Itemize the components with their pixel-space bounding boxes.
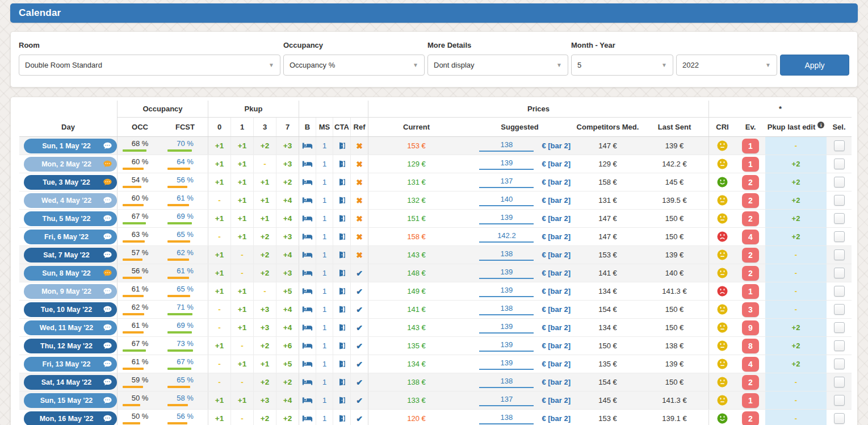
euro-bar2-link[interactable]: € [bar 2] [542,341,571,350]
day-pill[interactable]: Fri, 13 May '22 [24,357,117,372]
door-open-icon[interactable] [338,178,346,186]
select-checkbox[interactable] [834,268,845,278]
select-checkbox[interactable] [834,413,845,424]
bed-icon[interactable] [302,160,313,168]
euro-bar2-link[interactable]: € [bar 2] [542,251,571,259]
day-pill[interactable]: Thu, 5 May '22 [24,211,117,226]
ms-value[interactable]: 1 [322,160,326,168]
suggested-price-input[interactable]: 137 [479,177,534,188]
day-pill[interactable]: Sun, 15 May '22 [24,393,117,408]
day-pill[interactable]: Mon, 2 May '22 [24,157,117,172]
bed-icon[interactable] [302,342,313,349]
check-icon[interactable]: ✔ [356,323,363,332]
x-icon[interactable]: ✖ [356,160,363,169]
ms-value[interactable]: 1 [322,178,326,186]
ms-value[interactable]: 1 [322,141,326,150]
select-checkbox[interactable] [834,140,845,151]
day-pill[interactable]: Sat, 7 May '22 [24,248,117,262]
day-pill[interactable]: Tue, 10 May '22 [24,302,117,317]
suggested-price-input[interactable]: 139 [479,213,534,224]
select-checkbox[interactable] [834,249,845,260]
suggested-price-input[interactable]: 139 [479,159,534,170]
room-select[interactable]: Double Room Standard ▼ [19,55,280,76]
euro-bar2-link[interactable]: € [bar 2] [542,160,571,168]
bed-icon[interactable] [302,178,313,186]
bed-icon[interactable] [302,269,313,277]
ms-value[interactable]: 1 [322,341,326,350]
suggested-price-input[interactable]: 138 [479,140,534,152]
day-pill[interactable]: Wed, 4 May '22 [24,193,117,208]
comment-icon[interactable] [103,360,112,368]
euro-bar2-link[interactable]: € [bar 2] [542,178,571,186]
ms-value[interactable]: 1 [322,323,326,332]
day-pill[interactable]: Tue, 3 May '22 [24,175,117,190]
euro-bar2-link[interactable]: € [bar 2] [542,360,571,368]
select-checkbox[interactable] [834,377,845,388]
info-icon[interactable]: i [817,122,824,128]
ms-value[interactable]: 1 [322,269,326,277]
bed-icon[interactable] [302,288,313,295]
ms-value[interactable]: 1 [322,214,326,223]
suggested-price-input[interactable]: 137 [479,395,534,406]
suggested-price-input[interactable]: 139 [479,340,534,352]
suggested-price-input[interactable]: 139 [479,322,534,334]
bed-icon[interactable] [302,378,313,386]
day-pill[interactable]: Mon, 9 May '22 [24,284,117,299]
check-icon[interactable]: ✔ [356,378,363,387]
x-icon[interactable]: ✖ [356,251,363,260]
select-checkbox[interactable] [834,395,845,406]
check-icon[interactable]: ✔ [356,341,363,351]
select-checkbox[interactable] [834,159,845,169]
suggested-price-input[interactable]: 139 [479,359,534,370]
suggested-price-input[interactable]: 139 [479,268,534,279]
door-open-icon[interactable] [338,196,346,205]
x-icon[interactable]: ✖ [356,178,363,187]
door-open-icon[interactable] [338,378,346,386]
ms-value[interactable]: 1 [322,196,326,205]
euro-bar2-link[interactable]: € [bar 2] [542,323,571,332]
check-icon[interactable]: ✔ [356,396,363,405]
door-open-icon[interactable] [338,214,346,223]
day-pill[interactable]: Sat, 14 May '22 [24,375,117,390]
suggested-price-input[interactable]: 138 [479,304,534,315]
check-icon[interactable]: ✔ [356,287,363,296]
euro-bar2-link[interactable]: € [bar 2] [542,232,571,241]
ms-value[interactable]: 1 [322,360,326,368]
comment-icon[interactable] [103,324,112,331]
door-open-icon[interactable] [338,287,346,295]
check-icon[interactable]: ✔ [356,414,363,423]
bed-icon[interactable] [302,233,313,240]
comment-icon[interactable] [103,378,112,386]
ms-value[interactable]: 1 [322,396,326,405]
select-checkbox[interactable] [834,213,845,224]
ms-value[interactable]: 1 [322,378,326,386]
select-checkbox[interactable] [834,286,845,297]
bed-icon[interactable] [302,306,313,313]
euro-bar2-link[interactable]: € [bar 2] [542,196,571,205]
suggested-price-input[interactable]: 142.2 [479,231,534,243]
ms-value[interactable]: 1 [322,287,326,295]
comment-icon[interactable] [103,178,112,186]
x-icon[interactable]: ✖ [356,196,363,205]
suggested-price-input[interactable]: 138 [479,413,534,424]
door-open-icon[interactable] [338,341,346,350]
x-icon[interactable]: ✖ [356,214,363,223]
check-icon[interactable]: ✔ [356,305,363,314]
comment-icon[interactable] [103,233,112,240]
door-open-icon[interactable] [338,160,346,168]
bed-icon[interactable] [302,142,313,149]
bed-icon[interactable] [302,251,313,259]
suggested-price-input[interactable]: 140 [479,195,534,206]
door-open-icon[interactable] [338,305,346,314]
door-open-icon[interactable] [338,414,346,423]
day-pill[interactable]: Wed, 11 May '22 [24,320,117,335]
year-select[interactable]: 2022 ▼ [676,55,777,76]
suggested-price-input[interactable]: 138 [479,377,534,388]
select-checkbox[interactable] [834,359,845,369]
comment-icon[interactable] [103,397,112,404]
x-icon[interactable]: ✖ [356,141,363,151]
comment-icon[interactable] [103,197,112,204]
euro-bar2-link[interactable]: € [bar 2] [542,141,571,150]
ms-value[interactable]: 1 [322,251,326,259]
day-pill[interactable]: Thu, 12 May '22 [24,339,117,353]
